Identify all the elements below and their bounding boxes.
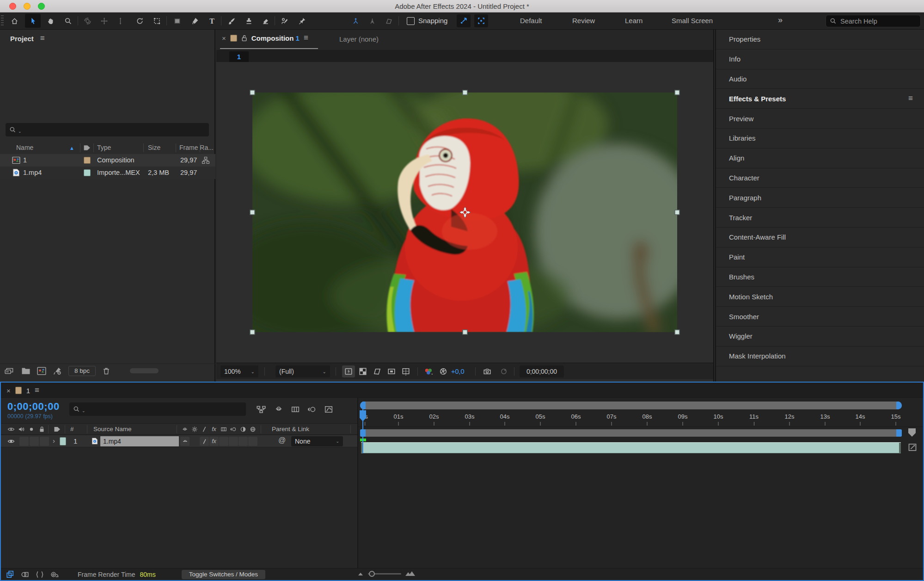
expand-transfer-controls-icon[interactable]: [19, 570, 31, 579]
panel-tab-motion-sketch[interactable]: Motion Sketch: [716, 287, 924, 307]
flowchart-icon[interactable]: [202, 156, 210, 164]
rotation-tool[interactable]: [132, 14, 147, 28]
effects-column-icon[interactable]: fx: [209, 425, 219, 433]
toolbar-grip[interactable]: [1, 15, 4, 26]
roto-brush-tool[interactable]: [276, 14, 292, 28]
panel-tab-tracker[interactable]: Tracker: [716, 208, 924, 228]
timeline-tab-comp-1[interactable]: × 1 ≡: [6, 386, 39, 395]
column-type[interactable]: Type: [97, 144, 111, 151]
world-axis-mode-icon[interactable]: [364, 14, 380, 28]
selection-handle-top-center[interactable]: [462, 90, 467, 95]
panel-tab-preview[interactable]: Preview: [716, 109, 924, 129]
layer-motion-blur-switch[interactable]: [229, 437, 238, 446]
layer-expander-icon[interactable]: ›: [53, 437, 55, 445]
work-area-bar[interactable]: [360, 429, 902, 437]
transparency-grid-icon[interactable]: [356, 365, 369, 377]
parent-pickwhip-icon[interactable]: @: [278, 436, 286, 445]
help-search-input[interactable]: [840, 18, 910, 25]
layer-audio-toggle[interactable]: [19, 437, 29, 446]
graph-editor-icon[interactable]: [323, 404, 335, 415]
puppet-pin-tool[interactable]: [294, 14, 310, 28]
motion-blur-column-icon[interactable]: [229, 425, 238, 433]
column-source-name[interactable]: Source Name: [93, 426, 132, 433]
workspace-overflow-icon[interactable]: »: [778, 15, 783, 25]
workspace-small-screen[interactable]: Small Screen: [672, 17, 713, 25]
column-size[interactable]: Size: [148, 144, 160, 151]
channel-rgb-icon[interactable]: [422, 365, 435, 377]
local-axis-mode-icon[interactable]: [348, 14, 363, 28]
exposure-value[interactable]: +0,0: [451, 368, 465, 375]
hand-tool[interactable]: [43, 14, 58, 28]
project-panel-menu-icon[interactable]: ≡: [40, 34, 45, 43]
panel-tab-paragraph[interactable]: Paragraph: [716, 188, 924, 208]
quality-column-icon[interactable]: [200, 425, 209, 433]
composition-mini-flowchart-icon[interactable]: [255, 404, 267, 415]
orbit-camera-tool[interactable]: [80, 14, 95, 28]
new-composition-icon[interactable]: [37, 367, 46, 375]
anchor-point[interactable]: [459, 206, 471, 218]
column-frame-rate[interactable]: Frame Ra...: [179, 144, 214, 151]
close-tab-icon[interactable]: ×: [222, 34, 226, 42]
view-axis-mode-icon[interactable]: [381, 14, 397, 28]
pan-behind-tool[interactable]: [149, 14, 165, 28]
magnification-dropdown[interactable]: 100%⌄: [220, 365, 258, 377]
timeline-zoom-slider[interactable]: [357, 570, 416, 577]
frame-blend-column-icon[interactable]: [219, 425, 228, 433]
project-search-input[interactable]: [24, 126, 205, 133]
brush-tool[interactable]: [224, 14, 239, 28]
project-row-footage[interactable]: 1.mp4 Importe...MEX 2,3 MB 29,97: [0, 167, 215, 179]
exposure-icon[interactable]: [437, 365, 450, 377]
layer-label-swatch[interactable]: [60, 437, 66, 445]
time-ruler[interactable]: 0s 01s 02s 03s 04s 05s 06s 07s 08s 09s 1…: [358, 410, 923, 427]
layer-source-name[interactable]: 1.mp4: [100, 436, 179, 446]
dolly-camera-tool[interactable]: [112, 14, 128, 28]
3d-layer-column-icon[interactable]: [248, 425, 257, 433]
panel-menu-icon[interactable]: ≡: [908, 94, 913, 103]
eraser-tool[interactable]: [257, 14, 273, 28]
layer-visibility-icon[interactable]: [6, 437, 16, 445]
label-color-swatch[interactable]: [84, 169, 91, 176]
trash-icon[interactable]: [102, 367, 110, 375]
new-folder-icon[interactable]: [21, 367, 31, 375]
zoom-slider-track[interactable]: [368, 573, 401, 575]
layer-quality-switch[interactable]: [200, 437, 209, 446]
zoom-tool[interactable]: [60, 14, 76, 28]
preview-time-display[interactable]: 0;00;00;00: [520, 365, 564, 377]
horizontal-scrollbar[interactable]: [130, 368, 159, 373]
layer-solo-toggle[interactable]: [30, 437, 39, 446]
type-tool[interactable]: T: [204, 14, 220, 28]
time-navigator-bar[interactable]: [360, 402, 902, 409]
comp-mini-tab[interactable]: 1: [229, 51, 249, 62]
panel-tab-info[interactable]: Info: [716, 49, 924, 69]
motion-blur-icon[interactable]: [306, 404, 318, 415]
timeline-search-field[interactable]: ⌄: [69, 402, 246, 416]
panel-tab-audio[interactable]: Audio: [716, 69, 924, 89]
layer-duration-bar[interactable]: [361, 442, 901, 453]
panel-tab-brushes[interactable]: Brushes: [716, 267, 924, 287]
label-tag-icon[interactable]: [83, 144, 91, 151]
resolution-dropdown[interactable]: (Full)⌄: [275, 365, 330, 377]
collapse-transformations-icon[interactable]: [190, 425, 199, 433]
graph-editor-set-icon[interactable]: [907, 442, 918, 452]
label-color-swatch[interactable]: [84, 157, 91, 164]
selection-handle-middle-left[interactable]: [250, 210, 255, 215]
render-time-snail-icon[interactable]: [49, 570, 60, 579]
composition-image[interactable]: [252, 93, 677, 332]
current-time-display[interactable]: 0;00;00;00: [7, 401, 60, 413]
selection-tool[interactable]: [25, 14, 41, 28]
column-parent-link[interactable]: Parent & Link: [272, 426, 309, 433]
show-snapshot-icon[interactable]: [497, 365, 510, 377]
panel-tab-properties[interactable]: Properties: [716, 30, 924, 49]
video-visibility-column-icon[interactable]: [6, 425, 16, 433]
pan-camera-tool[interactable]: [96, 14, 112, 28]
solo-column-icon[interactable]: [27, 425, 36, 433]
layer-effects-switch[interactable]: fx: [209, 437, 219, 446]
interpret-footage-icon[interactable]: [5, 367, 15, 375]
project-row-composition[interactable]: 1 Composition 29,97: [0, 154, 215, 167]
pen-tool[interactable]: [187, 14, 202, 28]
layer-adjustment-switch[interactable]: [239, 437, 248, 446]
expand-in-out-panes-icon[interactable]: [34, 570, 45, 579]
snapshot-icon[interactable]: [481, 365, 494, 377]
audio-column-icon[interactable]: [17, 425, 26, 433]
lock-column-icon[interactable]: [37, 425, 46, 433]
